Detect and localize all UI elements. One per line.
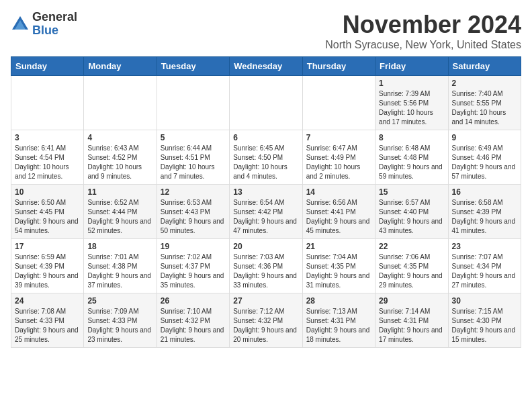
cell-info: Sunrise: 7:13 AM Sunset: 4:31 PM Dayligh… xyxy=(306,307,371,345)
cell-info: Sunrise: 6:50 AM Sunset: 4:45 PM Dayligh… xyxy=(15,198,80,236)
day-number: 26 xyxy=(161,296,226,306)
day-number: 17 xyxy=(15,242,80,251)
day-number: 25 xyxy=(87,296,152,306)
cell-info: Sunrise: 7:09 AM Sunset: 4:33 PM Dayligh… xyxy=(87,307,152,345)
cell-info: Sunrise: 6:58 AM Sunset: 4:39 PM Dayligh… xyxy=(452,198,517,236)
day-number: 15 xyxy=(379,187,444,197)
calendar-cell: 15Sunrise: 6:57 AM Sunset: 4:40 PM Dayli… xyxy=(375,185,448,239)
calendar-cell: 30Sunrise: 7:15 AM Sunset: 4:30 PM Dayli… xyxy=(448,293,521,348)
calendar-cell: 29Sunrise: 7:14 AM Sunset: 4:31 PM Dayli… xyxy=(375,293,448,348)
header-monday: Monday xyxy=(84,57,157,76)
calendar-cell: 16Sunrise: 6:58 AM Sunset: 4:39 PM Dayli… xyxy=(448,185,521,239)
calendar-cell: 11Sunrise: 6:52 AM Sunset: 4:44 PM Dayli… xyxy=(84,185,157,239)
cell-info: Sunrise: 7:14 AM Sunset: 4:31 PM Dayligh… xyxy=(379,307,444,345)
cell-info: Sunrise: 7:40 AM Sunset: 5:55 PM Dayligh… xyxy=(452,89,517,127)
day-number: 24 xyxy=(15,296,80,306)
calendar-cell: 22Sunrise: 7:06 AM Sunset: 4:35 PM Dayli… xyxy=(375,239,448,293)
day-number: 18 xyxy=(87,242,152,251)
cell-info: Sunrise: 7:12 AM Sunset: 4:32 PM Dayligh… xyxy=(233,307,298,345)
calendar-cell: 4Sunrise: 6:43 AM Sunset: 4:52 PM Daylig… xyxy=(84,130,157,185)
cell-info: Sunrise: 7:10 AM Sunset: 4:32 PM Dayligh… xyxy=(161,307,226,345)
day-number: 28 xyxy=(306,296,371,306)
day-number: 16 xyxy=(452,187,517,197)
cell-info: Sunrise: 6:48 AM Sunset: 4:48 PM Dayligh… xyxy=(379,144,444,181)
calendar-cell: 18Sunrise: 7:01 AM Sunset: 4:38 PM Dayli… xyxy=(84,239,157,293)
week-row-3: 10Sunrise: 6:50 AM Sunset: 4:45 PM Dayli… xyxy=(11,185,521,239)
title-block: November 2024 North Syracuse, New York, … xyxy=(325,11,521,51)
calendar-cell: 10Sunrise: 6:50 AM Sunset: 4:45 PM Dayli… xyxy=(11,185,84,239)
day-number: 10 xyxy=(15,187,80,197)
cell-info: Sunrise: 7:15 AM Sunset: 4:30 PM Dayligh… xyxy=(452,307,517,345)
day-number: 7 xyxy=(306,133,371,142)
day-number: 9 xyxy=(452,133,517,142)
cell-info: Sunrise: 7:06 AM Sunset: 4:35 PM Dayligh… xyxy=(379,253,444,290)
calendar-header-row: SundayMondayTuesdayWednesdayThursdayFrid… xyxy=(11,57,521,76)
day-number: 5 xyxy=(161,133,226,142)
cell-info: Sunrise: 6:41 AM Sunset: 4:54 PM Dayligh… xyxy=(15,144,80,181)
header-saturday: Saturday xyxy=(448,57,521,76)
day-number: 3 xyxy=(15,133,80,142)
calendar-cell: 27Sunrise: 7:12 AM Sunset: 4:32 PM Dayli… xyxy=(230,293,302,348)
day-number: 21 xyxy=(306,242,371,251)
cell-info: Sunrise: 6:57 AM Sunset: 4:40 PM Dayligh… xyxy=(379,198,444,236)
calendar-cell: 25Sunrise: 7:09 AM Sunset: 4:33 PM Dayli… xyxy=(84,293,157,348)
cell-info: Sunrise: 7:03 AM Sunset: 4:36 PM Dayligh… xyxy=(233,253,298,290)
cell-info: Sunrise: 7:39 AM Sunset: 5:56 PM Dayligh… xyxy=(379,89,444,127)
calendar-cell: 7Sunrise: 6:47 AM Sunset: 4:49 PM Daylig… xyxy=(302,130,375,185)
calendar-cell: 8Sunrise: 6:48 AM Sunset: 4:48 PM Daylig… xyxy=(375,130,448,185)
cell-info: Sunrise: 7:08 AM Sunset: 4:33 PM Dayligh… xyxy=(15,307,80,345)
logo-icon xyxy=(11,15,30,34)
header-tuesday: Tuesday xyxy=(157,57,229,76)
calendar-table: SundayMondayTuesdayWednesdayThursdayFrid… xyxy=(11,56,521,348)
day-number: 29 xyxy=(379,296,444,306)
calendar-cell: 17Sunrise: 6:59 AM Sunset: 4:39 PM Dayli… xyxy=(11,239,84,293)
calendar-cell: 3Sunrise: 6:41 AM Sunset: 4:54 PM Daylig… xyxy=(11,130,84,185)
cell-info: Sunrise: 6:56 AM Sunset: 4:41 PM Dayligh… xyxy=(306,198,371,236)
logo: General Blue xyxy=(11,11,77,38)
cell-info: Sunrise: 7:02 AM Sunset: 4:37 PM Dayligh… xyxy=(161,253,226,290)
cell-info: Sunrise: 6:54 AM Sunset: 4:42 PM Dayligh… xyxy=(233,198,298,236)
logo-blue-text: Blue xyxy=(32,24,77,38)
calendar-cell: 23Sunrise: 7:07 AM Sunset: 4:34 PM Dayli… xyxy=(448,239,521,293)
calendar-cell: 28Sunrise: 7:13 AM Sunset: 4:31 PM Dayli… xyxy=(302,293,375,348)
calendar-cell: 20Sunrise: 7:03 AM Sunset: 4:36 PM Dayli… xyxy=(230,239,302,293)
calendar-cell: 1Sunrise: 7:39 AM Sunset: 5:56 PM Daylig… xyxy=(375,76,448,130)
week-row-2: 3Sunrise: 6:41 AM Sunset: 4:54 PM Daylig… xyxy=(11,130,521,185)
calendar-cell: 6Sunrise: 6:45 AM Sunset: 4:50 PM Daylig… xyxy=(230,130,302,185)
day-number: 11 xyxy=(87,187,152,197)
calendar-cell: 2Sunrise: 7:40 AM Sunset: 5:55 PM Daylig… xyxy=(448,76,521,130)
calendar-cell: 13Sunrise: 6:54 AM Sunset: 4:42 PM Dayli… xyxy=(230,185,302,239)
day-number: 12 xyxy=(161,187,226,197)
cell-info: Sunrise: 6:49 AM Sunset: 4:46 PM Dayligh… xyxy=(452,144,517,181)
day-number: 19 xyxy=(161,242,226,251)
cell-info: Sunrise: 6:52 AM Sunset: 4:44 PM Dayligh… xyxy=(87,198,152,236)
day-number: 2 xyxy=(452,79,517,88)
location-title: North Syracuse, New York, United States xyxy=(325,39,521,51)
calendar-cell xyxy=(230,76,302,130)
calendar-cell xyxy=(11,76,84,130)
cell-info: Sunrise: 6:43 AM Sunset: 4:52 PM Dayligh… xyxy=(87,144,152,181)
calendar-cell: 14Sunrise: 6:56 AM Sunset: 4:41 PM Dayli… xyxy=(302,185,375,239)
day-number: 1 xyxy=(379,79,444,88)
page-header: General Blue November 2024 North Syracus… xyxy=(11,11,521,51)
cell-info: Sunrise: 6:59 AM Sunset: 4:39 PM Dayligh… xyxy=(15,253,80,290)
cell-info: Sunrise: 6:53 AM Sunset: 4:43 PM Dayligh… xyxy=(161,198,226,236)
day-number: 27 xyxy=(233,296,298,306)
calendar-cell xyxy=(157,76,229,130)
calendar-cell xyxy=(84,76,157,130)
day-number: 4 xyxy=(87,133,152,142)
calendar-cell: 12Sunrise: 6:53 AM Sunset: 4:43 PM Dayli… xyxy=(157,185,229,239)
day-number: 14 xyxy=(306,187,371,197)
header-sunday: Sunday xyxy=(11,57,84,76)
month-title: November 2024 xyxy=(325,11,521,39)
header-friday: Friday xyxy=(375,57,448,76)
day-number: 30 xyxy=(452,296,517,306)
cell-info: Sunrise: 6:44 AM Sunset: 4:51 PM Dayligh… xyxy=(161,144,226,181)
day-number: 22 xyxy=(379,242,444,251)
day-number: 23 xyxy=(452,242,517,251)
cell-info: Sunrise: 7:07 AM Sunset: 4:34 PM Dayligh… xyxy=(452,253,517,290)
calendar-cell: 21Sunrise: 7:04 AM Sunset: 4:35 PM Dayli… xyxy=(302,239,375,293)
header-wednesday: Wednesday xyxy=(230,57,302,76)
cell-info: Sunrise: 7:01 AM Sunset: 4:38 PM Dayligh… xyxy=(87,253,152,290)
day-number: 6 xyxy=(233,133,298,142)
